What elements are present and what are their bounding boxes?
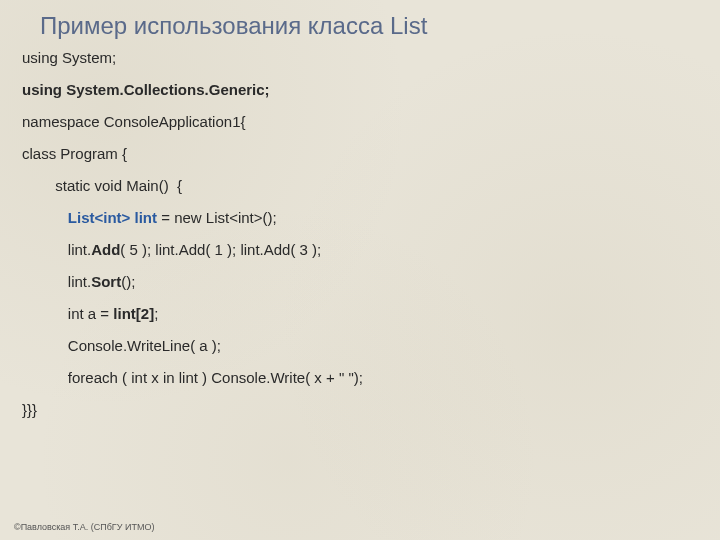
code-text: ( 5 ); lint.Add( 1 ); lint.Add( 3 ); [120, 241, 321, 258]
code-line: static void Main() { [22, 178, 720, 193]
code-keyword: List<int> lint [68, 209, 157, 226]
code-line: Console.WriteLine( a ); [22, 338, 720, 353]
code-text: = new List<int>(); [157, 209, 277, 226]
code-text: lint. [22, 241, 91, 258]
code-indent [22, 209, 68, 226]
code-method: Add [91, 241, 120, 258]
code-line: foreach ( int x in lint ) Console.Write(… [22, 370, 720, 385]
code-text: lint. [22, 273, 91, 290]
code-line: }}} [22, 402, 720, 417]
code-line: class Program { [22, 146, 720, 161]
code-text: (); [121, 273, 135, 290]
code-line: int a = lint[2]; [22, 306, 720, 321]
slide-title: Пример использования класса List [0, 0, 720, 40]
code-line: List<int> lint = new List<int>(); [22, 210, 720, 225]
code-line: using System.Collections.Generic; [22, 82, 720, 97]
code-line: lint.Sort(); [22, 274, 720, 289]
code-indexer: lint[2] [113, 305, 154, 322]
code-method: Sort [91, 273, 121, 290]
code-text: int a = [22, 305, 113, 322]
code-line: namespace ConsoleApplication1{ [22, 114, 720, 129]
code-line: lint.Add( 5 ); lint.Add( 1 ); lint.Add( … [22, 242, 720, 257]
code-block: using System; using System.Collections.G… [0, 40, 720, 417]
code-text: ; [154, 305, 158, 322]
footer-copyright: ©Павловская Т.А. (СПбГУ ИТМО) [14, 522, 154, 532]
code-line: using System; [22, 50, 720, 65]
